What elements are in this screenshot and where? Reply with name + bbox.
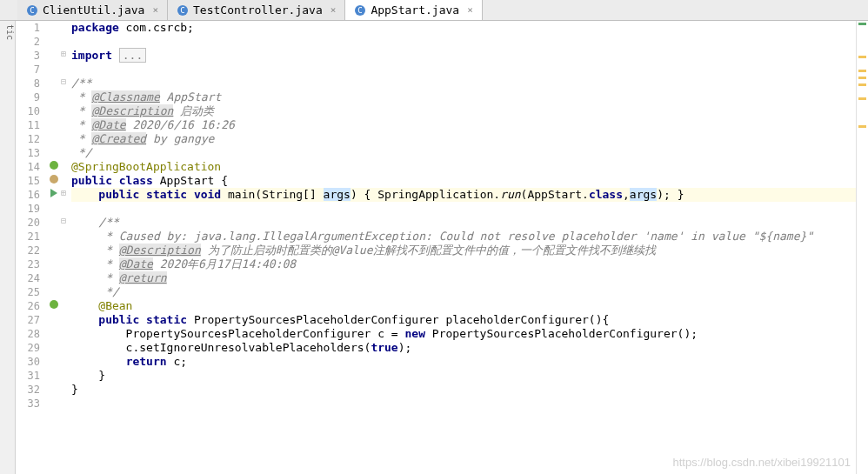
java-class-icon: C — [26, 4, 38, 17]
line-number: 25 — [16, 285, 40, 299]
line-number: 8 — [16, 77, 40, 90]
spring-bean-icon[interactable] — [49, 299, 59, 311]
code-line[interactable] — [71, 63, 856, 77]
line-number: 32 — [16, 383, 40, 397]
code-line[interactable]: */ — [71, 285, 856, 299]
line-number: 31 — [16, 369, 40, 383]
code-line[interactable]: */ — [71, 146, 856, 160]
line-number: 9 — [16, 90, 40, 104]
line-number: 16 — [16, 188, 40, 202]
java-class-icon: C — [354, 4, 366, 17]
tab-label: ClientUtil.java — [43, 3, 144, 17]
code-line[interactable]: return c; — [71, 355, 856, 369]
java-class-icon: C — [177, 4, 189, 17]
code-line[interactable]: * @Classname AppStart — [71, 90, 856, 104]
code-line[interactable]: } — [71, 369, 856, 383]
code-line[interactable]: import ... — [71, 49, 856, 63]
code-area[interactable]: package com.csrcb;import .../** * @Class… — [71, 21, 856, 474]
line-number: 12 — [16, 132, 40, 146]
code-line[interactable]: * @return — [71, 271, 856, 285]
line-number: 20 — [16, 216, 40, 230]
line-number: 29 — [16, 341, 40, 355]
code-line[interactable]: /** — [71, 216, 856, 230]
svg-point-9 — [50, 300, 58, 309]
line-number: 21 — [16, 230, 40, 244]
stripe-mark[interactable] — [858, 23, 866, 25]
line-number: 7 — [16, 63, 40, 77]
side-panel-label[interactable]: tic — [0, 21, 16, 474]
code-line[interactable]: public static void main(String[] args) {… — [71, 188, 856, 202]
tab-label: AppStart.java — [371, 3, 459, 17]
code-line[interactable] — [71, 202, 856, 216]
stripe-mark[interactable] — [858, 56, 866, 58]
line-number: 2 — [16, 35, 40, 49]
code-line[interactable]: c.setIgnoreUnresolvablePlaceholders(true… — [71, 341, 856, 355]
spring-bean-icon[interactable] — [49, 160, 59, 172]
svg-point-6 — [50, 161, 58, 170]
code-line[interactable]: package com.csrcb; — [71, 21, 856, 35]
stripe-mark[interactable] — [858, 77, 866, 79]
line-number: 26 — [16, 299, 40, 313]
line-number: 10 — [16, 104, 40, 118]
error-stripe[interactable] — [856, 21, 868, 474]
line-number: 13 — [16, 146, 40, 160]
svg-point-7 — [50, 175, 58, 184]
stripe-mark[interactable] — [858, 97, 866, 100]
line-number: 24 — [16, 271, 40, 285]
editor-gutter: 1237891011121314151619202122232425262728… — [16, 21, 71, 474]
svg-marker-8 — [50, 189, 57, 197]
line-number: 33 — [16, 397, 40, 411]
close-icon[interactable]: × — [331, 4, 337, 16]
svg-text:C: C — [180, 6, 184, 15]
code-line[interactable]: * @Date 2020年6月17日14:40:08 — [71, 257, 856, 271]
watermark-text: https://blog.csdn.net/xibei19921101 — [672, 456, 851, 469]
code-line[interactable] — [71, 397, 856, 411]
class-icon[interactable] — [49, 174, 59, 186]
tab-testcontroller[interactable]: C TestController.java × — [168, 0, 345, 20]
svg-text:C: C — [358, 6, 363, 15]
tab-label: TestController.java — [193, 3, 323, 17]
fold-toggle-icon[interactable]: ⊟ — [59, 216, 66, 225]
tab-clientutil[interactable]: C ClientUtil.java × — [17, 0, 168, 20]
run-icon[interactable] — [49, 188, 59, 200]
line-number: 27 — [16, 313, 40, 327]
code-line[interactable]: } — [71, 383, 856, 397]
code-editor: tic 123789101112131415161920212223242526… — [0, 21, 868, 474]
line-number: 3 — [16, 49, 40, 63]
code-line[interactable]: * @Description 为了防止启动时配置类的@Value注解找不到配置文… — [71, 244, 856, 257]
code-line[interactable]: * Caused by: java.lang.IllegalArgumentEx… — [71, 230, 856, 244]
stripe-mark[interactable] — [858, 70, 866, 72]
code-line[interactable]: PropertySourcesPlaceholderConfigurer c =… — [71, 327, 856, 341]
fold-toggle-icon[interactable]: ⊞ — [59, 49, 66, 58]
line-number: 15 — [16, 174, 40, 188]
line-number: 22 — [16, 244, 40, 257]
fold-toggle-icon[interactable]: ⊟ — [59, 77, 66, 86]
line-number: 28 — [16, 327, 40, 341]
stripe-mark[interactable] — [858, 125, 866, 128]
line-number: 23 — [16, 257, 40, 271]
code-line[interactable]: @Bean — [71, 299, 856, 313]
code-line[interactable]: public static PropertySourcesPlaceholder… — [71, 313, 856, 327]
gutter-icons: ⊞⊟⊞⊟ — [47, 21, 71, 474]
editor-tabs: C ClientUtil.java × C TestController.jav… — [0, 0, 868, 21]
line-number: 30 — [16, 355, 40, 369]
code-line[interactable]: * @Date 2020/6/16 16:26 — [71, 118, 856, 132]
stripe-mark[interactable] — [858, 83, 866, 86]
line-number: 14 — [16, 160, 40, 174]
code-line[interactable]: /** — [71, 77, 856, 90]
close-icon[interactable]: × — [467, 4, 473, 16]
svg-text:C: C — [30, 6, 34, 15]
code-line[interactable]: @SpringBootApplication — [71, 160, 856, 174]
code-line[interactable]: public class AppStart { — [71, 174, 856, 188]
line-number: 1 — [16, 21, 40, 35]
line-number: 19 — [16, 202, 40, 216]
tab-appstart[interactable]: C AppStart.java × — [345, 0, 482, 20]
code-line[interactable]: * @Created by gangye — [71, 132, 856, 146]
fold-toggle-icon[interactable]: ⊞ — [59, 188, 66, 197]
close-icon[interactable]: × — [152, 4, 158, 16]
line-numbers: 1237891011121314151619202122232425262728… — [16, 21, 47, 474]
line-number: 11 — [16, 118, 40, 132]
code-line[interactable]: * @Description 启动类 — [71, 104, 856, 118]
code-line[interactable] — [71, 35, 856, 49]
